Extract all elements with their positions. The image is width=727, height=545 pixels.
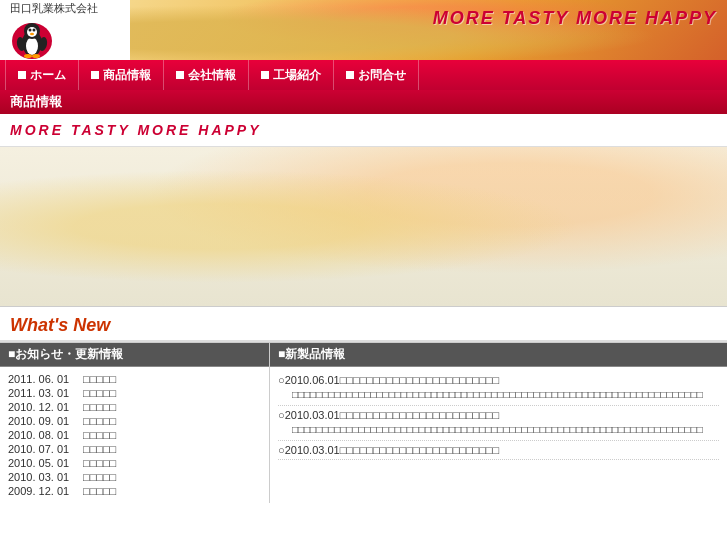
nav-home-label: ホーム: [30, 67, 66, 84]
header-slogan: MORE TASTY MORE HAPPY: [433, 8, 717, 29]
home-icon: [18, 71, 26, 79]
news-text[interactable]: □□□□□: [83, 387, 116, 399]
news-date: 2010. 07. 01: [8, 443, 83, 455]
news-column-right: ■新製品情報 ○2010.06.01□□□□□□□□□□□□□□□□□□□□□□…: [270, 343, 727, 503]
header-banner: MORE TASTY MORE HAPPY: [130, 0, 727, 60]
nav-bar: ホーム 商品情報 会社情報 工場紹介 お問合せ: [0, 60, 727, 90]
news-column-left: ■お知らせ・更新情報 2011. 06. 01□□□□□2011. 03. 01…: [0, 343, 270, 503]
product-header-row: ○2010.03.01□□□□□□□□□□□□□□□□□□□□□□□□: [278, 409, 719, 421]
product-item: ○2010.06.01□□□□□□□□□□□□□□□□□□□□□□□□ □□□□…: [278, 374, 719, 406]
nav-factory[interactable]: 工場紹介: [249, 60, 334, 90]
products-icon: [91, 71, 99, 79]
nav-company[interactable]: 会社情報: [164, 60, 249, 90]
product-desc: □□□□□□□□□□□□□□□□□□□□□□□□□□□□□□□□□□□□□□□□…: [278, 388, 719, 402]
news-date: 2011. 03. 01: [8, 387, 83, 399]
nav-factory-label: 工場紹介: [273, 67, 321, 84]
news-date: 2010. 09. 01: [8, 415, 83, 427]
svg-point-11: [32, 54, 40, 58]
news-date: 2009. 12. 01: [8, 485, 83, 497]
logo-area: 田口乳業株式会社: [0, 0, 130, 60]
svg-point-4: [27, 27, 37, 37]
news-date: 2010. 08. 01: [8, 429, 83, 441]
news-item: 2010. 07. 01□□□□□: [8, 443, 261, 455]
whats-new-title: What's New: [10, 315, 110, 335]
product-item: ○2010.03.01□□□□□□□□□□□□□□□□□□□□□□□□ □□□□…: [278, 409, 719, 441]
news-item: 2009. 12. 01□□□□□: [8, 485, 261, 497]
header: 田口乳業株式会社: [0, 0, 727, 60]
news-text[interactable]: □□□□□: [83, 485, 116, 497]
product-item: ○2010.03.01□□□□□□□□□□□□□□□□□□□□□□□□: [278, 444, 719, 460]
news-item: 2010. 03. 01□□□□□: [8, 471, 261, 483]
news-item: 2010. 08. 01□□□□□: [8, 429, 261, 441]
product-header-row: ○2010.03.01□□□□□□□□□□□□□□□□□□□□□□□□: [278, 444, 719, 456]
news-item: 2010. 12. 01□□□□□: [8, 401, 261, 413]
nav-contact-label: お問合せ: [358, 67, 406, 84]
content-banner: [0, 147, 727, 307]
product-header-row: ○2010.06.01□□□□□□□□□□□□□□□□□□□□□□□□: [278, 374, 719, 386]
news-list: 2011. 06. 01□□□□□2011. 03. 01□□□□□2010. …: [0, 367, 269, 503]
logo-icon: [10, 20, 55, 60]
news-column-right-header: ■新製品情報: [270, 343, 727, 367]
content-image: [0, 147, 727, 306]
nav-company-label: 会社情報: [188, 67, 236, 84]
breadcrumb: 商品情報: [0, 90, 727, 114]
news-text[interactable]: □□□□□: [83, 373, 116, 385]
company-icon: [176, 71, 184, 79]
product-date[interactable]: ○2010.03.01□□□□□□□□□□□□□□□□□□□□□□□□: [278, 444, 719, 456]
news-item: 2011. 06. 01□□□□□: [8, 373, 261, 385]
nav-home[interactable]: ホーム: [5, 60, 79, 90]
news-date: 2010. 12. 01: [8, 401, 83, 413]
news-item: 2011. 03. 01□□□□□: [8, 387, 261, 399]
svg-point-7: [30, 32, 34, 34]
whats-new-section: What's New: [0, 307, 727, 342]
product-list: ○2010.06.01□□□□□□□□□□□□□□□□□□□□□□□□ □□□□…: [270, 367, 727, 467]
sub-heading: MORE TASTY MORE HAPPY: [0, 114, 727, 147]
contact-icon: [346, 71, 354, 79]
news-columns: ■お知らせ・更新情報 2011. 06. 01□□□□□2011. 03. 01…: [0, 342, 727, 503]
news-text[interactable]: □□□□□: [83, 457, 116, 469]
svg-point-6: [33, 28, 36, 31]
news-text[interactable]: □□□□□: [83, 401, 116, 413]
product-desc: □□□□□□□□□□□□□□□□□□□□□□□□□□□□□□□□□□□□□□□□…: [278, 423, 719, 437]
news-text[interactable]: □□□□□: [83, 471, 116, 483]
nav-contact[interactable]: お問合せ: [334, 60, 419, 90]
nav-products[interactable]: 商品情報: [79, 60, 164, 90]
news-text[interactable]: □□□□□: [83, 443, 116, 455]
svg-point-10: [24, 54, 32, 58]
factory-icon: [261, 71, 269, 79]
product-date[interactable]: ○2010.03.01□□□□□□□□□□□□□□□□□□□□□□□□: [278, 409, 719, 421]
news-text[interactable]: □□□□□: [83, 415, 116, 427]
breadcrumb-label: 商品情報: [10, 93, 62, 111]
nav-products-label: 商品情報: [103, 67, 151, 84]
news-item: 2010. 09. 01□□□□□: [8, 415, 261, 427]
news-text[interactable]: □□□□□: [83, 429, 116, 441]
news-item: 2010. 05. 01□□□□□: [8, 457, 261, 469]
news-date: 2010. 03. 01: [8, 471, 83, 483]
svg-point-2: [26, 37, 38, 55]
product-date[interactable]: ○2010.06.01□□□□□□□□□□□□□□□□□□□□□□□□: [278, 374, 719, 386]
svg-point-5: [29, 28, 32, 31]
news-date: 2011. 06. 01: [8, 373, 83, 385]
news-date: 2010. 05. 01: [8, 457, 83, 469]
company-name: 田口乳業株式会社: [10, 1, 98, 16]
news-column-left-header: ■お知らせ・更新情報: [0, 343, 269, 367]
